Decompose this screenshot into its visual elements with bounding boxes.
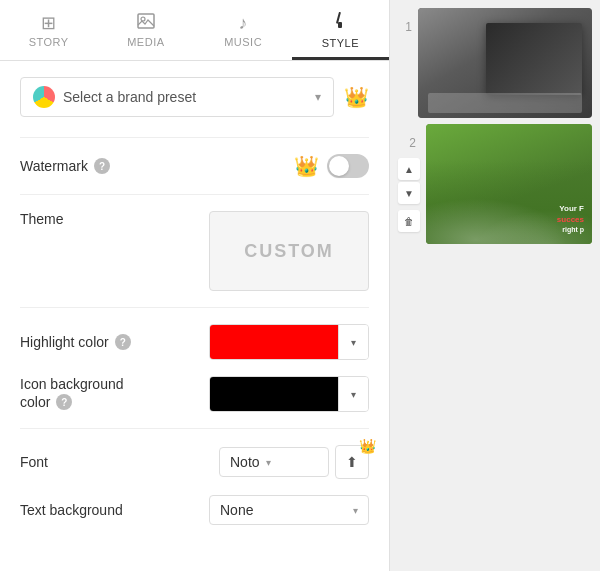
font-label: Font (20, 454, 48, 470)
highlight-color-row: Highlight color ? ▾ (20, 324, 369, 360)
svg-point-1 (141, 17, 145, 21)
divider-1 (20, 137, 369, 138)
font-row: Font Noto ▾ ⬆ 👑 (20, 445, 369, 479)
card2-text-line3: right p (557, 225, 584, 234)
preview-number-1: 1 (398, 16, 412, 34)
icon-bg-help-icon[interactable]: ? (56, 394, 72, 410)
brand-preset-label: Select a brand preset (63, 89, 307, 105)
watermark-toggle-wrap: 👑 (294, 154, 369, 178)
icon-bg-color-row: Icon background color ? ▾ (20, 376, 369, 412)
toggle-knob (329, 156, 349, 176)
preview-card-2[interactable]: Your F succes right p (426, 124, 592, 244)
nav-tabs: ⊞ STORY MEDIA ♪ MUSIC (0, 0, 389, 61)
brand-preset-row: Select a brand preset ▾ 👑 (20, 77, 369, 117)
upload-icon: ⬆ (346, 454, 358, 470)
icon-bg-color-label: Icon background color ? (20, 376, 124, 410)
card2-overlay-text: Your F succes right p (557, 204, 584, 234)
right-panel: □ 1 2 ▲ ▼ (390, 0, 600, 571)
tab-media[interactable]: MEDIA (97, 0, 194, 60)
font-upload-button[interactable]: ⬆ 👑 (335, 445, 369, 479)
text-background-arrow-icon: ▾ (353, 505, 358, 516)
svg-rect-3 (338, 22, 342, 28)
card2-text-line1: Your F (557, 204, 584, 214)
tab-story[interactable]: ⊞ STORY (0, 0, 97, 60)
brand-preset-arrow-icon: ▾ (315, 90, 321, 104)
theme-label: Theme (20, 211, 64, 227)
highlight-color-arrow-icon: ▾ (338, 325, 368, 359)
theme-section: Theme CUSTOM (20, 211, 369, 291)
watermark-toggle[interactable] (327, 154, 369, 178)
theme-value: CUSTOM (244, 241, 334, 262)
preview-up-button[interactable]: ▲ (398, 158, 420, 180)
tab-story-label: STORY (29, 36, 69, 48)
tab-style-label: STYLE (322, 37, 359, 49)
down-icon: ▼ (404, 188, 414, 199)
text-background-select[interactable]: None ▾ (209, 495, 369, 525)
highlight-color-help-icon[interactable]: ? (115, 334, 131, 350)
watermark-label: Watermark ? (20, 158, 110, 174)
preview-list: 1 2 ▲ ▼ 🗑 (390, 0, 600, 258)
text-background-value: None (220, 502, 253, 518)
brand-preset-select[interactable]: Select a brand preset ▾ (20, 77, 334, 117)
font-upload-crown-icon: 👑 (359, 438, 376, 454)
story-icon: ⊞ (41, 14, 57, 32)
watermark-row: Watermark ? 👑 (20, 154, 369, 178)
up-icon: ▲ (404, 164, 414, 175)
tab-media-label: MEDIA (127, 36, 164, 48)
svg-rect-0 (138, 14, 154, 28)
watermark-crown-icon: 👑 (294, 154, 319, 178)
preview-number-2: 2 (402, 132, 416, 150)
font-select[interactable]: Noto ▾ (219, 447, 329, 477)
theme-box[interactable]: CUSTOM (209, 211, 369, 291)
music-icon: ♪ (238, 14, 248, 32)
left-panel: ⊞ STORY MEDIA ♪ MUSIC (0, 0, 390, 571)
font-select-arrow-icon: ▾ (266, 457, 271, 468)
style-icon (332, 12, 348, 33)
font-value: Noto (230, 454, 260, 470)
tab-music-label: MUSIC (224, 36, 262, 48)
divider-3 (20, 307, 369, 308)
icon-bg-color-arrow-icon: ▾ (338, 377, 368, 411)
brand-preset-crown-icon: 👑 (344, 85, 369, 109)
media-icon (137, 13, 155, 32)
highlight-color-picker[interactable]: ▾ (209, 324, 369, 360)
tab-style[interactable]: STYLE (292, 0, 389, 60)
text-background-label: Text background (20, 502, 123, 518)
font-controls: Noto ▾ ⬆ 👑 (219, 445, 369, 479)
content-area: Select a brand preset ▾ 👑 Watermark ? 👑 (0, 61, 389, 571)
preview-item-1: 1 (398, 8, 592, 118)
preview-item-2: 2 ▲ ▼ 🗑 (398, 124, 592, 244)
divider-4 (20, 428, 369, 429)
tab-music[interactable]: ♪ MUSIC (195, 0, 292, 60)
preview-card-1[interactable] (418, 8, 592, 118)
icon-bg-color-swatch (210, 377, 338, 411)
divider-2 (20, 194, 369, 195)
highlight-color-swatch (210, 325, 338, 359)
delete-icon: 🗑 (404, 216, 414, 227)
brand-icon (33, 86, 55, 108)
card2-text-line2: succes (557, 215, 584, 225)
preview-delete-button[interactable]: 🗑 (398, 210, 420, 232)
preview-down-button[interactable]: ▼ (398, 182, 420, 204)
text-background-row: Text background None ▾ (20, 495, 369, 525)
watermark-help-icon[interactable]: ? (94, 158, 110, 174)
highlight-color-label: Highlight color ? (20, 334, 131, 350)
icon-bg-color-picker[interactable]: ▾ (209, 376, 369, 412)
